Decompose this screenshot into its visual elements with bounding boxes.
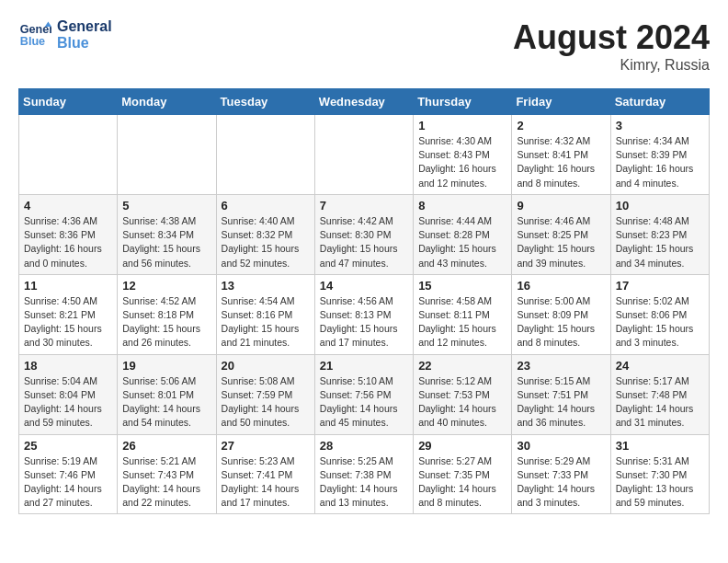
week-row-1: 4Sunrise: 4:36 AM Sunset: 8:36 PM Daylig… [19,194,710,274]
day-info: Sunrise: 5:25 AM Sunset: 7:38 PM Dayligh… [320,454,408,511]
calendar-cell: 19Sunrise: 5:06 AM Sunset: 8:01 PM Dayli… [118,354,216,434]
calendar-cell: 1Sunrise: 4:30 AM Sunset: 8:43 PM Daylig… [414,115,512,195]
week-row-2: 11Sunrise: 4:50 AM Sunset: 8:21 PM Dayli… [19,274,710,354]
day-header-friday: Friday [512,89,610,115]
day-number: 23 [517,359,605,373]
day-info: Sunrise: 4:38 AM Sunset: 8:34 PM Dayligh… [122,214,210,270]
day-number: 19 [122,359,210,373]
logo: General Blue General Blue [18,18,112,52]
calendar-cell: 27Sunrise: 5:23 AM Sunset: 7:41 PM Dayli… [216,434,314,514]
day-info: Sunrise: 5:00 AM Sunset: 8:09 PM Dayligh… [517,294,605,350]
calendar-cell [314,115,413,195]
calendar-cell: 6Sunrise: 4:40 AM Sunset: 8:32 PM Daylig… [216,194,314,274]
day-number: 22 [418,359,506,373]
calendar-cell: 31Sunrise: 5:31 AM Sunset: 7:30 PM Dayli… [610,434,709,514]
calendar-cell: 23Sunrise: 5:15 AM Sunset: 7:51 PM Dayli… [512,354,610,434]
day-number: 30 [517,439,605,453]
calendar-cell [118,115,216,195]
day-header-thursday: Thursday [414,89,512,115]
day-info: Sunrise: 5:10 AM Sunset: 7:56 PM Dayligh… [320,374,408,431]
day-info: Sunrise: 5:08 AM Sunset: 7:59 PM Dayligh… [222,374,310,431]
page-header: General Blue General Blue August 2024 Ki… [18,18,710,74]
day-info: Sunrise: 4:56 AM Sunset: 8:13 PM Dayligh… [320,294,408,350]
day-info: Sunrise: 4:52 AM Sunset: 8:18 PM Dayligh… [122,294,210,350]
day-number: 12 [122,279,210,293]
calendar-cell: 25Sunrise: 5:19 AM Sunset: 7:46 PM Dayli… [19,434,118,514]
calendar-table: SundayMondayTuesdayWednesdayThursdayFrid… [18,88,710,514]
calendar-cell: 28Sunrise: 5:25 AM Sunset: 7:38 PM Dayli… [314,434,413,514]
day-header-monday: Monday [118,89,216,115]
calendar-cell: 9Sunrise: 4:46 AM Sunset: 8:25 PM Daylig… [512,194,610,274]
calendar-cell: 2Sunrise: 4:32 AM Sunset: 8:41 PM Daylig… [512,115,610,195]
calendar-cell: 12Sunrise: 4:52 AM Sunset: 8:18 PM Dayli… [118,274,216,354]
week-row-3: 18Sunrise: 5:04 AM Sunset: 8:04 PM Dayli… [19,354,710,434]
day-number: 15 [418,279,506,293]
day-number: 25 [24,439,112,453]
calendar-cell: 3Sunrise: 4:34 AM Sunset: 8:39 PM Daylig… [610,115,709,195]
day-number: 14 [320,279,408,293]
calendar-cell [216,115,314,195]
calendar-cell: 13Sunrise: 4:54 AM Sunset: 8:16 PM Dayli… [216,274,314,354]
calendar-cell: 7Sunrise: 4:42 AM Sunset: 8:30 PM Daylig… [314,194,413,274]
day-info: Sunrise: 5:27 AM Sunset: 7:35 PM Dayligh… [418,454,506,511]
day-number: 5 [122,199,210,213]
day-number: 2 [517,119,605,132]
calendar-cell: 5Sunrise: 4:38 AM Sunset: 8:34 PM Daylig… [118,194,216,274]
calendar-cell: 20Sunrise: 5:08 AM Sunset: 7:59 PM Dayli… [216,354,314,434]
day-number: 7 [320,199,408,213]
day-number: 11 [24,279,112,293]
day-info: Sunrise: 5:17 AM Sunset: 7:48 PM Dayligh… [616,374,704,431]
week-row-4: 25Sunrise: 5:19 AM Sunset: 7:46 PM Dayli… [19,434,710,514]
day-number: 31 [616,439,704,453]
day-number: 4 [24,199,112,213]
day-number: 26 [122,439,210,453]
day-number: 18 [24,359,112,373]
day-info: Sunrise: 5:31 AM Sunset: 7:30 PM Dayligh… [616,454,704,511]
logo-icon: General Blue [18,18,51,52]
day-info: Sunrise: 4:50 AM Sunset: 8:21 PM Dayligh… [24,294,112,350]
day-info: Sunrise: 5:23 AM Sunset: 7:41 PM Dayligh… [222,454,310,511]
title-block: August 2024 Kimry, Russia [513,18,710,74]
day-number: 16 [517,279,605,293]
day-info: Sunrise: 4:46 AM Sunset: 8:25 PM Dayligh… [517,214,605,270]
day-info: Sunrise: 5:21 AM Sunset: 7:43 PM Dayligh… [122,454,210,511]
month-year: August 2024 [513,18,710,57]
day-info: Sunrise: 4:30 AM Sunset: 8:43 PM Dayligh… [418,134,506,190]
day-number: 28 [320,439,408,453]
day-info: Sunrise: 4:36 AM Sunset: 8:36 PM Dayligh… [24,214,112,270]
day-info: Sunrise: 4:58 AM Sunset: 8:11 PM Dayligh… [418,294,506,350]
location: Kimry, Russia [513,57,710,74]
day-header-wednesday: Wednesday [314,89,413,115]
calendar-cell: 14Sunrise: 4:56 AM Sunset: 8:13 PM Dayli… [314,274,413,354]
calendar-cell [19,115,118,195]
logo-blue: Blue [57,35,112,52]
day-number: 21 [320,359,408,373]
day-number: 1 [418,119,506,132]
calendar-cell: 17Sunrise: 5:02 AM Sunset: 8:06 PM Dayli… [610,274,709,354]
calendar-cell: 16Sunrise: 5:00 AM Sunset: 8:09 PM Dayli… [512,274,610,354]
day-number: 9 [517,199,605,213]
day-info: Sunrise: 4:42 AM Sunset: 8:30 PM Dayligh… [320,214,408,270]
day-number: 24 [616,359,704,373]
day-number: 6 [222,199,310,213]
day-header-row: SundayMondayTuesdayWednesdayThursdayFrid… [19,89,710,115]
calendar-cell: 22Sunrise: 5:12 AM Sunset: 7:53 PM Dayli… [414,354,512,434]
day-number: 3 [616,119,704,132]
day-header-sunday: Sunday [19,89,118,115]
day-number: 27 [222,439,310,453]
logo-general: General [57,18,112,35]
day-info: Sunrise: 5:04 AM Sunset: 8:04 PM Dayligh… [24,374,112,431]
calendar-cell: 21Sunrise: 5:10 AM Sunset: 7:56 PM Dayli… [314,354,413,434]
day-info: Sunrise: 5:15 AM Sunset: 7:51 PM Dayligh… [517,374,605,431]
week-row-0: 1Sunrise: 4:30 AM Sunset: 8:43 PM Daylig… [19,115,710,195]
calendar-cell: 4Sunrise: 4:36 AM Sunset: 8:36 PM Daylig… [19,194,118,274]
day-info: Sunrise: 4:48 AM Sunset: 8:23 PM Dayligh… [616,214,704,270]
day-info: Sunrise: 5:19 AM Sunset: 7:46 PM Dayligh… [24,454,112,511]
day-info: Sunrise: 5:12 AM Sunset: 7:53 PM Dayligh… [418,374,506,431]
day-info: Sunrise: 4:32 AM Sunset: 8:41 PM Dayligh… [517,134,605,190]
day-number: 10 [616,199,704,213]
calendar-cell: 30Sunrise: 5:29 AM Sunset: 7:33 PM Dayli… [512,434,610,514]
calendar-cell: 10Sunrise: 4:48 AM Sunset: 8:23 PM Dayli… [610,194,709,274]
calendar-cell: 26Sunrise: 5:21 AM Sunset: 7:43 PM Dayli… [118,434,216,514]
day-info: Sunrise: 4:54 AM Sunset: 8:16 PM Dayligh… [222,294,310,350]
